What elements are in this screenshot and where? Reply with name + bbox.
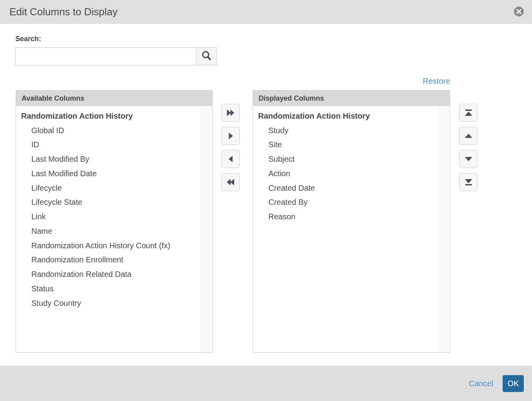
list-item[interactable]: Created Date — [253, 181, 438, 195]
list-item[interactable]: ID — [16, 138, 201, 152]
close-button[interactable] — [514, 7, 524, 17]
list-item[interactable]: Last Modified Date — [16, 166, 201, 181]
search-icon — [201, 50, 212, 63]
move-right-button[interactable] — [221, 127, 240, 145]
list-item[interactable]: Study — [253, 123, 438, 138]
arrow-to-bottom-icon — [465, 179, 472, 186]
list-item[interactable]: Status — [16, 282, 201, 296]
available-columns-header: Available Columns — [16, 90, 212, 106]
list-item[interactable]: Randomization Action History Count (fx) — [16, 238, 201, 253]
arrow-left-icon — [228, 155, 233, 163]
list-item[interactable]: Site — [253, 138, 438, 152]
close-icon — [514, 6, 524, 18]
available-group-label: Randomization Action History — [16, 109, 201, 123]
restore-link[interactable]: Restore — [423, 77, 450, 85]
move-left-button[interactable] — [221, 150, 240, 168]
available-columns-list: Randomization Action History Global IDID… — [16, 106, 201, 352]
arrow-up-icon — [465, 134, 472, 138]
search-label: Search: — [15, 35, 41, 43]
list-item[interactable]: Study Country — [16, 296, 201, 311]
double-arrow-left-icon — [226, 179, 235, 186]
list-item[interactable]: Randomization Related Data — [16, 267, 201, 282]
move-down-button[interactable] — [459, 150, 478, 168]
double-arrow-right-icon — [226, 109, 235, 116]
list-item[interactable]: Action — [253, 166, 438, 181]
dialog-title: Edit Columns to Display — [9, 6, 118, 18]
list-item[interactable]: Subject — [253, 152, 438, 166]
list-item[interactable]: Randomization Enrollment — [16, 253, 201, 267]
displayed-columns-header: Displayed Columns — [253, 90, 450, 106]
list-item[interactable]: Lifecycle — [16, 181, 201, 195]
available-scrollbar-track[interactable] — [201, 106, 212, 352]
move-up-button[interactable] — [459, 127, 478, 145]
arrow-to-top-icon — [465, 109, 472, 116]
displayed-scrollbar-track[interactable] — [438, 106, 450, 352]
reorder-button-column — [459, 104, 478, 196]
list-item[interactable]: Name — [16, 224, 201, 238]
list-item[interactable]: Created By — [253, 195, 438, 210]
move-all-left-button[interactable] — [221, 173, 240, 191]
search-input[interactable] — [15, 47, 196, 65]
dialog-footer: Cancel OK — [0, 366, 532, 401]
restore-row: Restore — [253, 77, 450, 86]
arrow-right-icon — [228, 132, 233, 139]
move-all-right-button[interactable] — [221, 104, 240, 122]
list-item[interactable]: Reason — [253, 210, 438, 224]
list-item[interactable]: Link — [16, 210, 201, 224]
ok-button[interactable]: OK — [503, 375, 524, 392]
arrow-down-icon — [465, 157, 472, 161]
displayed-columns-list: Randomization Action History StudySiteSu… — [253, 106, 438, 352]
cancel-link[interactable]: Cancel — [469, 379, 493, 388]
move-to-top-button[interactable] — [459, 104, 478, 122]
list-item[interactable]: Lifecycle State — [16, 195, 201, 210]
displayed-columns-panel: Displayed Columns Randomization Action H… — [253, 90, 450, 353]
move-to-bottom-button[interactable] — [459, 173, 478, 191]
list-item[interactable]: Last Modified By — [16, 152, 201, 166]
transfer-button-column — [221, 104, 240, 196]
list-item[interactable]: Global ID — [16, 123, 201, 138]
available-columns-panel: Available Columns Randomization Action H… — [16, 90, 213, 353]
search-bar — [15, 47, 217, 65]
search-button[interactable] — [196, 47, 217, 65]
displayed-group-label: Randomization Action History — [253, 109, 438, 123]
dialog-titlebar: Edit Columns to Display — [0, 0, 532, 24]
